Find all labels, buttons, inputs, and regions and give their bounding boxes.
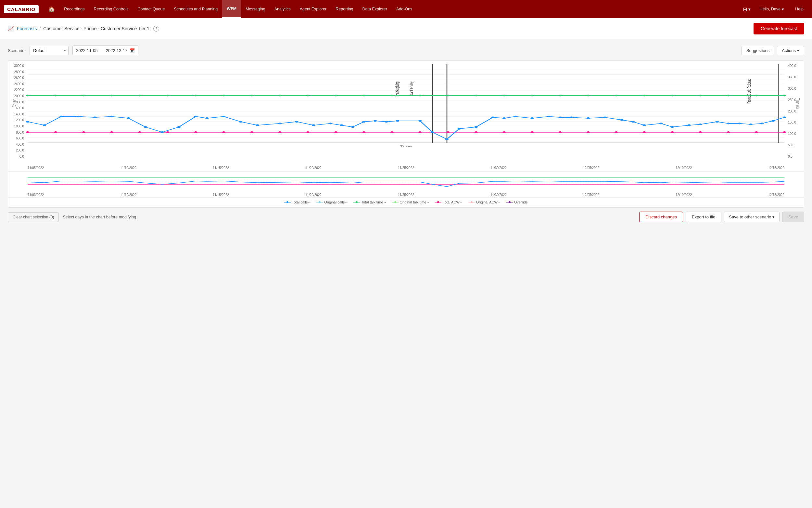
svg-point-87 [177, 126, 181, 128]
svg-point-92 [256, 125, 259, 126]
legend-original-talk-time: Original talk time→ [392, 200, 430, 204]
svg-point-29 [222, 95, 226, 96]
svg-point-24 [82, 95, 85, 96]
export-to-file-button[interactable]: Export to file [686, 212, 721, 222]
svg-point-42 [586, 95, 590, 96]
svg-point-45 [671, 95, 674, 96]
svg-point-75 [727, 131, 730, 133]
svg-point-63 [390, 131, 394, 133]
nav-user-menu[interactable]: Hello, Dave ▾ [757, 5, 787, 13]
svg-point-130 [783, 116, 786, 118]
svg-point-143 [437, 201, 439, 203]
svg-point-34 [362, 95, 366, 96]
chart-legend: Total calls← Original calls← Total talk … [8, 197, 804, 207]
svg-point-31 [278, 95, 281, 96]
svg-point-76 [755, 131, 758, 133]
legend-total-acw: Total ACW→ [435, 200, 463, 204]
nav-right: ⊞ ▾ Hello, Dave ▾ Help [740, 0, 808, 18]
nav-home[interactable]: 🏠 [44, 0, 59, 18]
svg-point-88 [194, 116, 197, 117]
mini-chart[interactable]: 11/03/2022 11/10/2022 11/15/2022 11/20/2… [8, 171, 804, 197]
legend-total-talk-time: Total talk time→ [353, 200, 386, 204]
nav-addons[interactable]: Add-Ons [392, 0, 417, 18]
nav-data-explorer[interactable]: Data Explorer [358, 0, 392, 18]
svg-point-121 [671, 126, 674, 128]
svg-point-117 [620, 119, 623, 121]
nav-contact-queue[interactable]: Contact Queue [133, 0, 169, 18]
svg-point-99 [362, 121, 366, 123]
discard-changes-button[interactable]: Discard changes [639, 212, 683, 222]
svg-point-53 [110, 131, 113, 133]
nav-recording-controls[interactable]: Recording Controls [89, 0, 133, 18]
actions-button[interactable]: Actions ▾ [777, 46, 804, 55]
svg-point-145 [471, 201, 473, 203]
svg-point-81 [76, 116, 80, 117]
svg-point-55 [166, 131, 169, 133]
date-end: 2022-12-17 [106, 48, 128, 53]
svg-point-49 [783, 95, 786, 96]
legend-original-calls: Original calls← [316, 200, 348, 204]
svg-point-62 [362, 131, 366, 133]
date-separator: — [100, 48, 104, 53]
save-button: Save [782, 212, 804, 222]
svg-point-91 [239, 121, 242, 123]
svg-point-78 [26, 121, 29, 123]
generate-forecast-button[interactable]: Generate forecast [754, 23, 804, 35]
mini-x-axis: 11/03/2022 11/10/2022 11/15/2022 11/20/2… [28, 193, 784, 197]
nav-analytics[interactable]: Analytics [270, 0, 295, 18]
svg-point-85 [144, 126, 147, 128]
svg-point-114 [570, 116, 573, 118]
svg-point-106 [458, 128, 461, 129]
svg-point-111 [530, 117, 534, 119]
nav-help[interactable]: Help [791, 0, 808, 18]
svg-point-25 [110, 95, 113, 96]
svg-point-122 [687, 125, 690, 126]
svg-point-84 [127, 117, 130, 119]
svg-point-82 [93, 116, 96, 118]
nav-schedules-planning[interactable]: Schedules and Planning [170, 0, 223, 18]
nav-recordings[interactable]: Recordings [59, 0, 89, 18]
svg-point-26 [138, 95, 141, 96]
svg-point-120 [659, 123, 663, 124]
toolbar-left: Scenario Default 2022-11-05 — 2022-12-17… [8, 45, 138, 55]
svg-point-126 [738, 123, 741, 124]
save-to-other-scenario-button[interactable]: Save to other scenario ▾ [724, 212, 779, 222]
scenario-select-wrapper: Default [30, 46, 68, 55]
select-days-message: Select days in the chart before modifyin… [63, 215, 136, 219]
svg-text:Time: Time [400, 144, 412, 148]
y-axis-left: 3000.0 2800.0 2600.0 2400.0 2200.0 2000.… [8, 64, 26, 158]
help-tooltip-icon[interactable]: ? [153, 26, 159, 32]
svg-point-93 [278, 123, 281, 124]
svg-point-103 [418, 120, 422, 122]
forecast-icon: 📈 [8, 25, 14, 32]
clear-chart-selection-button[interactable]: Clear chart selection (0) [8, 212, 59, 222]
svg-point-22 [26, 95, 29, 96]
svg-point-124 [716, 121, 719, 123]
svg-text:Black Friday: Black Friday [409, 81, 415, 96]
svg-point-38 [475, 95, 478, 96]
svg-point-123 [699, 124, 702, 125]
date-start: 2022-11-05 [76, 48, 98, 53]
suggestions-button[interactable]: Suggestions [742, 46, 775, 55]
date-range-picker[interactable]: 2022-11-05 — 2022-12-17 📅 [73, 45, 138, 55]
nav-wfm[interactable]: WFM [222, 0, 241, 18]
svg-point-56 [194, 131, 197, 133]
svg-point-116 [604, 116, 607, 118]
svg-point-73 [671, 131, 674, 133]
x-axis-labels: 11/05/2022 11/10/2022 11/15/2022 11/20/2… [28, 166, 784, 170]
app-logo: CALABRIO [4, 5, 39, 13]
svg-point-141 [394, 201, 396, 203]
main-chart[interactable]: 3000.0 2800.0 2600.0 2400.0 2200.0 2000.… [8, 61, 804, 171]
svg-point-105 [445, 138, 448, 140]
breadcrumb-forecasts-link[interactable]: Forecasts [17, 26, 37, 31]
nav-grid-dropdown[interactable]: ⊞ ▾ [740, 5, 753, 14]
scenario-label: Scenario [8, 48, 25, 53]
svg-point-101 [385, 121, 388, 123]
svg-point-115 [586, 117, 590, 119]
legend-override: Override [506, 200, 528, 204]
svg-point-119 [642, 125, 646, 126]
nav-agent-explorer[interactable]: Agent Explorer [295, 0, 331, 18]
nav-messaging[interactable]: Messaging [241, 0, 270, 18]
scenario-select[interactable]: Default [30, 46, 68, 55]
nav-reporting[interactable]: Reporting [331, 0, 357, 18]
